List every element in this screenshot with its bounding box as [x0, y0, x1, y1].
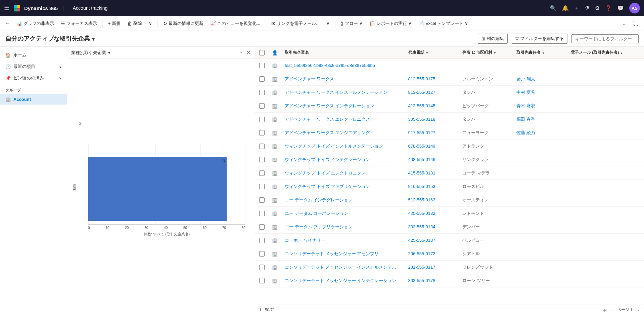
account-name-16[interactable]: コンソリデーテッド メッセンジャー インテグレーション	[281, 275, 404, 286]
owner-3[interactable]: 青木 麻衣	[512, 100, 566, 112]
row-checkbox[interactable]	[259, 103, 265, 109]
phone-10[interactable]: 512-555-0163	[404, 195, 458, 205]
account-name-9[interactable]: ウィングチップ トイズ ファブリケーション	[281, 181, 404, 192]
row-checkbox-5[interactable]	[255, 127, 269, 138]
chat-icon[interactable]: 💬	[617, 5, 624, 11]
chart-dropdown-icon[interactable]: ▾	[108, 50, 110, 55]
row-checkbox-15[interactable]	[255, 262, 269, 273]
account-name-13[interactable]: コーホー ワイナリー	[281, 235, 404, 246]
delete-button[interactable]: 🗑 削除	[125, 19, 145, 28]
hamburger-icon[interactable]: ☰	[4, 4, 9, 12]
row-checkbox[interactable]	[259, 90, 265, 95]
sidebar-item-account[interactable]: 🏢 Account	[0, 94, 67, 105]
phone-5[interactable]: 917-555-0127	[404, 127, 458, 138]
chart-bar[interactable]: 71	[88, 157, 227, 221]
row-checkbox-10[interactable]	[255, 195, 269, 205]
account-name-15[interactable]: コンソリデーテッド メッセンジャー インストルメンテーション	[281, 262, 404, 273]
account-name-4[interactable]: アドベンチャー ワークス エレクトロニクス	[281, 114, 404, 125]
row-checkbox[interactable]	[259, 130, 265, 135]
row-checkbox[interactable]	[259, 197, 265, 203]
phone-6[interactable]: 678-555-0149	[404, 141, 458, 151]
account-name-1[interactable]: アドベンチャー ワークス	[281, 73, 404, 85]
row-checkbox-14[interactable]	[255, 248, 269, 259]
phone-3[interactable]: 412-555-0145	[404, 101, 458, 111]
col-owner[interactable]: 取引先責任者 ∨	[512, 47, 566, 58]
flow-button[interactable]: ⟫ フロー ∨	[338, 19, 365, 28]
col-account-name[interactable]: 取引先企業名 ↑	[281, 47, 404, 58]
hide-chart-button[interactable]: 📊 グラフの非表示	[14, 19, 57, 28]
account-name-2[interactable]: アドベンチャー ワークス インストルメンテーション	[281, 87, 404, 98]
account-name-7[interactable]: ウィングチップ トイズ インテグレーション	[281, 154, 404, 165]
owner-5[interactable]: 佐藤 綾乃	[512, 127, 566, 139]
row-checkbox[interactable]	[259, 117, 265, 122]
owner-4[interactable]: 福田 春香	[512, 114, 566, 125]
col-email[interactable]: 電子メール (取引先責任者) ∨	[567, 47, 644, 58]
account-name-6[interactable]: ウィングチップ トイズ インストルメンテーション	[281, 141, 404, 152]
row-checkbox-16[interactable]	[255, 275, 269, 286]
phone-11[interactable]: 425-555-0182	[404, 208, 458, 219]
new-button[interactable]: + 新規	[105, 19, 123, 28]
col-phone[interactable]: 代表電話 ∨	[404, 47, 458, 58]
row-checkbox[interactable]	[259, 251, 265, 257]
phone-13[interactable]: 425-555-0137	[404, 235, 458, 245]
keyword-filter-input[interactable]	[571, 34, 639, 43]
phone-16[interactable]: 303-555-0178	[404, 275, 458, 286]
account-name-11[interactable]: エー データム コーポレーション	[281, 208, 404, 219]
filter-icon[interactable]: ⚗	[585, 5, 590, 11]
chart-more-icon[interactable]: ⋯	[239, 50, 244, 55]
row-checkbox-3[interactable]	[255, 101, 269, 111]
phone-4[interactable]: 305-555-0118	[404, 114, 458, 124]
row-checkbox[interactable]	[259, 170, 265, 176]
account-name-10[interactable]: エー データム インテグレーション	[281, 194, 404, 206]
owner-2[interactable]: 中村 夏希	[512, 87, 566, 98]
sidebar-item-pinned[interactable]: 📌 ピン留めの済み ∨	[0, 72, 67, 84]
row-checkbox[interactable]	[259, 184, 265, 189]
edit-columns-button[interactable]: ⊞ 列の編集	[478, 34, 508, 44]
edit-filter-button[interactable]: ▽ フィルターを編集する	[512, 34, 567, 44]
row-checkbox-7[interactable]	[255, 154, 269, 165]
row-checkbox[interactable]	[259, 76, 265, 82]
account-name-5[interactable]: アドベンチャー ワークス エンジニアリング	[281, 127, 404, 139]
prev-page-button[interactable]: ←	[610, 307, 614, 313]
select-all-checkbox[interactable]	[259, 50, 265, 55]
phone-2[interactable]: 813-555-0127	[404, 87, 458, 97]
account-name-12[interactable]: エー データム ファブリケーション	[281, 221, 404, 233]
row-checkbox[interactable]	[259, 63, 265, 68]
phone-8[interactable]: 415-555-0181	[404, 168, 458, 178]
row-checkbox-6[interactable]	[255, 141, 269, 152]
col-city[interactable]: 住所 1: 市区町村 ∨	[458, 47, 512, 58]
owner-1[interactable]: 藤戸 翔太	[512, 73, 566, 85]
account-name-3[interactable]: アドベンチャー ワークス インテグレーション	[281, 100, 404, 112]
account-name-0[interactable]: test_5e09f2e6-1b93-48c9-a795-d8e387ef56b…	[281, 60, 404, 71]
phone-7[interactable]: 408-555-0146	[404, 154, 458, 165]
more-button[interactable]: ...	[620, 19, 629, 27]
row-checkbox[interactable]	[259, 157, 265, 162]
sidebar-item-recent[interactable]: 🕐 最近の項目 ∨	[0, 61, 67, 72]
row-checkbox-12[interactable]	[255, 222, 269, 232]
report-button[interactable]: 📋 レポートの実行 ∨	[367, 19, 414, 28]
dropdown-icon[interactable]: ▾	[92, 36, 95, 42]
refresh-button[interactable]: ↻ 最新の情報に更新	[160, 19, 206, 28]
row-checkbox[interactable]	[259, 224, 265, 230]
row-checkbox[interactable]	[259, 211, 265, 216]
row-checkbox-4[interactable]	[255, 114, 269, 125]
phone-9[interactable]: 916-555-0153	[404, 181, 458, 192]
user-avatar[interactable]: AS	[629, 3, 640, 13]
row-checkbox-0[interactable]	[255, 60, 269, 71]
email-dropdown-button[interactable]: ∨	[324, 19, 332, 27]
visualize-button[interactable]: 📈 このビューを視覚化...	[208, 19, 263, 28]
plus-icon[interactable]: ＋	[574, 5, 580, 12]
select-all-col[interactable]	[255, 47, 269, 58]
focus-view-button[interactable]: ☰ フォーカス表示	[58, 19, 100, 28]
row-checkbox[interactable]	[259, 278, 265, 283]
account-name-8[interactable]: ウィングチップ トイズ エレクトロニクス	[281, 167, 404, 179]
row-checkbox-9[interactable]	[255, 181, 269, 192]
excel-button[interactable]: 📄 Excel テンプレート ∨	[416, 19, 471, 28]
row-checkbox-1[interactable]	[255, 74, 269, 84]
phone-1[interactable]: 812-555-0175	[404, 74, 458, 84]
email-link-button[interactable]: ✉ リンクを電子メール...	[269, 19, 322, 28]
row-checkbox-8[interactable]	[255, 168, 269, 179]
alert-icon[interactable]: 🔔	[562, 5, 569, 11]
search-icon[interactable]: 🔍	[550, 5, 557, 11]
expand-button[interactable]: ⛶	[631, 19, 641, 28]
